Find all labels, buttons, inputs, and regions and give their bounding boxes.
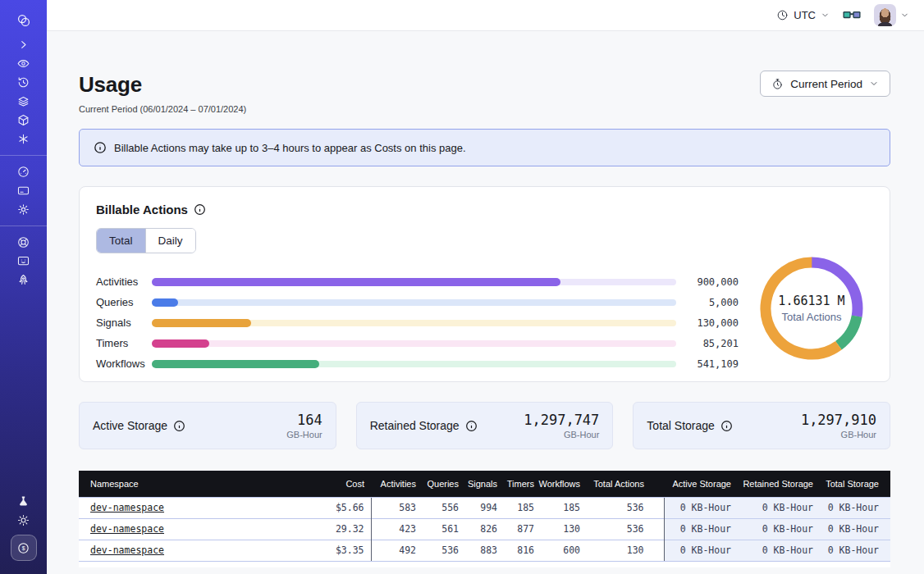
cell: 816 — [501, 540, 538, 561]
card-icon[interactable] — [0, 181, 47, 200]
content: Usage Current Period (06/01/2024 – 07/01… — [47, 31, 924, 574]
cube-icon[interactable] — [0, 111, 47, 130]
tab-total[interactable]: Total — [97, 229, 145, 253]
active-storage-label: Active Storage — [93, 419, 167, 432]
topbar: UTC — [47, 0, 924, 31]
usage-table: NamespaceCostActivitiesQueriesSignalsTim… — [79, 471, 890, 561]
monitor-face-icon[interactable] — [0, 252, 47, 271]
cell: 877 — [501, 518, 538, 540]
bar-fill — [152, 360, 319, 368]
retained-storage-unit: GB-Hour — [524, 430, 599, 440]
col-header-namespace: Namespace — [79, 471, 292, 497]
cell: 0 KB-Hour — [664, 497, 734, 518]
bar-label: Activities — [96, 276, 152, 288]
bar-fill — [152, 319, 251, 327]
col-header-active-storage: Active Storage — [664, 471, 734, 497]
cell: 0 KB-Hour — [815, 497, 890, 518]
cell: 185 — [538, 497, 584, 518]
namespaces-eye-icon[interactable] — [0, 54, 47, 73]
history-icon[interactable] — [0, 73, 47, 92]
namespace-link[interactable]: dev-namespace — [90, 544, 164, 556]
info-icon[interactable] — [194, 203, 206, 216]
col-header-total-storage: Total Storage — [815, 471, 890, 497]
collapse-chevron-icon[interactable] — [0, 35, 47, 54]
lifebuoy-support-icon[interactable] — [0, 233, 47, 252]
cell: 492 — [371, 540, 420, 561]
bar-value: 85,201 — [686, 338, 739, 349]
col-header-queries: Queries — [420, 471, 463, 497]
bar-fill — [152, 278, 560, 286]
rocket-icon[interactable] — [0, 271, 47, 289]
bar-chart: Activities900,000Queries5,000Signals130,… — [96, 270, 739, 374]
bar-row: Queries5,000 — [96, 292, 739, 312]
col-header-workflows: Workflows — [538, 471, 584, 497]
temporal-logo-icon[interactable] — [0, 8, 47, 33]
bar-value: 5,000 — [686, 297, 739, 308]
namespace-cell: dev-namespace — [79, 540, 292, 561]
bar-value: 541,109 — [686, 358, 739, 370]
cell: 561 — [420, 518, 463, 540]
cell: 29.32 — [292, 518, 371, 540]
info-icon[interactable] — [465, 420, 478, 432]
cell: 423 — [371, 518, 420, 540]
account-menu[interactable] — [874, 4, 909, 26]
sidebar-divider — [0, 155, 47, 156]
bar-label: Signals — [96, 317, 152, 329]
cell: 826 — [463, 518, 501, 540]
info-icon[interactable] — [720, 420, 733, 432]
billing-coin-icon[interactable]: $ — [11, 535, 37, 561]
timezone-label: UTC — [794, 9, 816, 21]
cell: 0 KB-Hour — [815, 540, 890, 561]
stopwatch-icon — [771, 78, 784, 90]
sun-theme-icon[interactable] — [0, 511, 47, 530]
layers-icon[interactable] — [0, 92, 47, 111]
flask-lab-icon[interactable] — [0, 492, 47, 511]
bar-track — [152, 340, 676, 347]
info-icon — [94, 141, 107, 154]
billable-actions-title: Billable Actions — [96, 203, 188, 216]
chevron-down-icon — [821, 11, 830, 20]
donut-total-value: 1.66131 M — [778, 294, 844, 308]
bar-row: Signals130,000 — [96, 312, 739, 333]
cell: $3.35 — [292, 540, 371, 561]
cell: 536 — [584, 497, 664, 518]
table-body: dev-namespace$5.665835569941851855360 KB… — [79, 497, 890, 561]
table-row: dev-namespace$3.354925368838166001300 KB… — [79, 540, 890, 561]
gauge-icon[interactable] — [0, 162, 47, 181]
tab-daily[interactable]: Daily — [145, 229, 195, 253]
asterisk-icon[interactable] — [0, 130, 47, 148]
cell: 0 KB-Hour — [815, 518, 890, 540]
donut-total-label: Total Actions — [782, 311, 842, 323]
cell: 536 — [420, 540, 463, 561]
avatar — [874, 4, 896, 26]
clock-icon — [776, 9, 789, 21]
bar-track — [152, 279, 676, 285]
cell: 883 — [463, 540, 501, 561]
namespace-link[interactable]: dev-namespace — [90, 523, 164, 535]
gear-icon[interactable] — [0, 200, 47, 219]
sidebar-divider — [0, 226, 47, 226]
chevron-down-icon — [869, 79, 879, 89]
col-header-timers: Timers — [501, 471, 538, 497]
bar-fill — [152, 298, 178, 307]
table-header-row: NamespaceCostActivitiesQueriesSignalsTim… — [79, 471, 890, 497]
main: UTC Usage Current — [47, 0, 924, 574]
info-banner-text: Billable Actions may take up to 3–4 hour… — [114, 142, 466, 154]
sidebar: $ — [0, 0, 47, 574]
bar-row: Workflows541,109 — [96, 353, 739, 374]
bar-label: Workflows — [96, 358, 152, 370]
namespace-cell: dev-namespace — [79, 497, 292, 518]
bar-label: Queries — [96, 296, 152, 308]
period-selector-button[interactable]: Current Period — [760, 71, 890, 97]
bar-row: Timers85,201 — [96, 333, 739, 353]
chevron-down-icon — [900, 11, 909, 20]
info-icon[interactable] — [173, 420, 185, 432]
billable-actions-chart: Activities900,000Queries5,000Signals130,… — [96, 270, 873, 373]
glasses-icon[interactable] — [843, 9, 861, 21]
timezone-selector[interactable]: UTC — [776, 9, 830, 21]
total-storage-value: 1,297,910 — [801, 412, 876, 428]
cell: 994 — [463, 497, 501, 518]
namespace-link[interactable]: dev-namespace — [90, 502, 164, 513]
cell: $5.66 — [292, 497, 371, 518]
period-selector-label: Current Period — [790, 78, 862, 90]
